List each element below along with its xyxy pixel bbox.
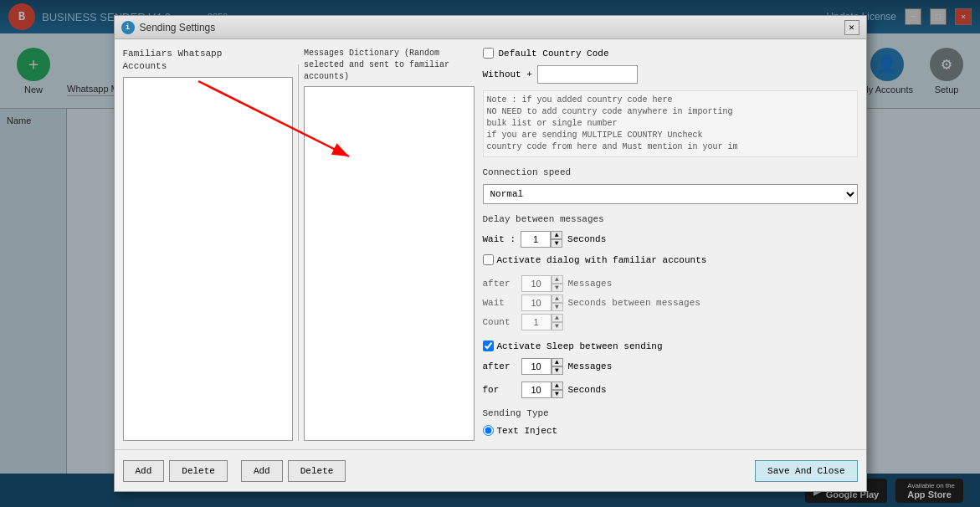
- save-and-close-button[interactable]: Save And Close: [755, 460, 857, 482]
- right-panel: Default Country Code Without + Note : if…: [483, 48, 858, 441]
- text-inject-radio[interactable]: [483, 425, 494, 436]
- note-line3: bulk list or single number: [487, 118, 854, 130]
- sleep-messages-label: Messages: [568, 361, 613, 371]
- sleep-after-input[interactable]: [521, 358, 552, 375]
- note-line4: if you are sending MULTIPLE COUNTRY Unch…: [487, 130, 854, 141]
- activate-sleep-checkbox[interactable]: [483, 341, 494, 351]
- activate-sleep-label: Activate Sleep between sending: [497, 341, 663, 351]
- note-line1: Note : if you added country code here: [487, 95, 854, 106]
- wait2-spinbox: ▲ ▼: [521, 294, 563, 311]
- dialog-icon: i: [121, 21, 135, 34]
- modal-overlay: i Sending Settings ✕ Familiars Whatsapp …: [0, 0, 980, 507]
- wait2-up-btn[interactable]: ▲: [552, 294, 563, 303]
- activate-sleep-row: Activate Sleep between sending: [483, 341, 858, 351]
- left-panel: Familiars Whatsapp Accounts Messages Di: [123, 48, 475, 441]
- sleep-for-input[interactable]: [521, 382, 552, 398]
- messages-section: Messages Dictionary (Random selected and…: [304, 48, 475, 441]
- seconds-label: Seconds: [567, 234, 606, 244]
- wait-down-btn[interactable]: ▼: [551, 239, 562, 248]
- dialog-close-btn[interactable]: ✕: [844, 20, 859, 35]
- text-inject-label: Text Inject: [497, 426, 558, 436]
- messages-label: Messages: [568, 279, 613, 289]
- list-divider: [298, 64, 299, 441]
- dialog-footer: Add Delete Add Delete Save And Close: [115, 449, 866, 491]
- footer-separator: [233, 460, 236, 482]
- wait2-row: Wait ▲ ▼ Seconds between messages: [483, 294, 858, 311]
- after-input[interactable]: [521, 275, 552, 292]
- without-label: Without +: [483, 69, 532, 79]
- familiars-header: Familiars Whatsapp Accounts: [123, 48, 294, 74]
- wait-input[interactable]: [521, 231, 551, 248]
- country-code-input[interactable]: [537, 65, 638, 84]
- sleep-seconds-label: Seconds: [568, 385, 607, 395]
- delay-label: Delay between messages: [483, 214, 858, 224]
- note-box: Note : if you added country code here NO…: [483, 90, 858, 157]
- add1-button[interactable]: Add: [123, 460, 165, 482]
- delete1-button[interactable]: Delete: [169, 460, 228, 482]
- seconds-between-label: Seconds between messages: [568, 298, 700, 308]
- sleep-after-spinbox: ▲ ▼: [521, 358, 563, 375]
- delay-row: Wait : ▲ ▼ Seconds: [483, 231, 858, 248]
- sleep-after-down-btn[interactable]: ▼: [552, 366, 563, 375]
- after-spinbox: ▲ ▼: [521, 275, 563, 292]
- dialog-titlebar: i Sending Settings ✕: [115, 16, 866, 39]
- wait-spinbox: ▲ ▼: [521, 231, 562, 248]
- default-country-label: Default Country Code: [499, 49, 609, 59]
- sleep-for-spinbox: ▲ ▼: [521, 382, 563, 398]
- activate-dialog-row: Activate dialog with familiar accounts: [483, 254, 858, 265]
- familiars-section: Familiars Whatsapp Accounts: [123, 48, 294, 441]
- messages-list[interactable]: [304, 86, 475, 441]
- activate-dialog-checkbox[interactable]: [483, 254, 494, 265]
- activate-dialog-label: Activate dialog with familiar accounts: [497, 255, 707, 265]
- default-country-row: Default Country Code: [483, 48, 858, 59]
- without-row: Without +: [483, 65, 858, 84]
- after-up-btn[interactable]: ▲: [552, 275, 563, 284]
- sleep-after-row: after ▲ ▼ Messages: [483, 358, 858, 375]
- wait2-input[interactable]: [521, 294, 552, 311]
- wait-spinbox-btns: ▲ ▼: [551, 231, 562, 248]
- sleep-for-up-btn[interactable]: ▲: [552, 382, 563, 390]
- sleep-for-down-btn[interactable]: ▼: [552, 390, 563, 398]
- count-row: Count ▲ ▼: [483, 314, 858, 330]
- familiars-list[interactable]: [123, 77, 294, 441]
- sleep-for-row: for ▲ ▼ Seconds: [483, 382, 858, 398]
- dialog-title: Sending Settings: [140, 22, 216, 33]
- sleep-after-label: after: [483, 361, 516, 371]
- wait-up-btn[interactable]: ▲: [551, 231, 562, 239]
- text-inject-row: Text Inject: [483, 425, 858, 436]
- count-down-btn[interactable]: ▼: [552, 322, 563, 330]
- count-up-btn[interactable]: ▲: [552, 314, 563, 322]
- wait2-down-btn[interactable]: ▼: [552, 303, 563, 311]
- connection-speed-label: Connection speed: [483, 167, 858, 177]
- after-down-btn[interactable]: ▼: [552, 284, 563, 292]
- sleep-after-up-btn[interactable]: ▲: [552, 358, 563, 366]
- wait2-label: Wait: [483, 298, 516, 308]
- left-footer-buttons: Add Delete Add Delete: [123, 460, 346, 482]
- sending-type-label: Sending Type: [483, 408, 858, 418]
- after-label: after: [483, 279, 516, 289]
- count-input[interactable]: [521, 314, 552, 330]
- count-spinbox: ▲ ▼: [521, 314, 563, 330]
- sleep-for-label: for: [483, 385, 516, 395]
- note-line2: NO NEED to add country code anywhere in …: [487, 106, 854, 118]
- dialog-sub-settings: after ▲ ▼ Messages Wait: [483, 272, 858, 334]
- note-line5: country code from here and Must mention …: [487, 141, 854, 153]
- messages-header: Messages Dictionary (Random selected and…: [304, 48, 475, 83]
- after-row: after ▲ ▼ Messages: [483, 275, 858, 292]
- add2-button[interactable]: Add: [241, 460, 283, 482]
- default-country-checkbox[interactable]: [483, 48, 494, 59]
- count-label: Count: [483, 317, 516, 327]
- delete2-button[interactable]: Delete: [288, 460, 346, 482]
- connection-speed-select[interactable]: Normal Fast Slow: [483, 184, 858, 204]
- wait-label: Wait :: [483, 234, 516, 244]
- sending-settings-dialog: i Sending Settings ✕ Familiars Whatsapp …: [114, 15, 867, 492]
